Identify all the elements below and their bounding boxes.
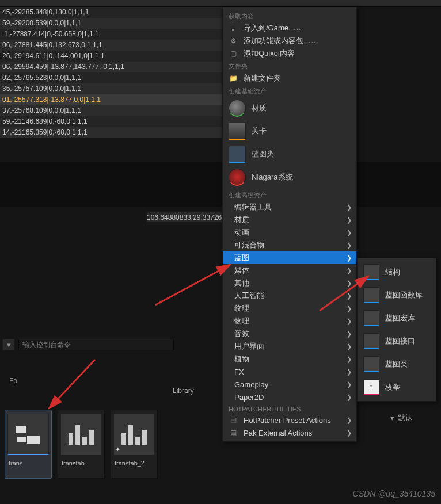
struct-icon [363, 264, 379, 280]
watermark: CSDN @qq_35410135 [353, 489, 435, 498]
data-list-panel: 45,-29285.348|0,130,0|1,1,159,-29200.539… [0, 7, 222, 138]
submenu-item-struct[interactable]: 结构 [358, 261, 436, 284]
menu-item[interactable]: ▢添加Quixel内容 [223, 47, 356, 60]
menu-item[interactable]: 物理❯ [223, 315, 356, 327]
chevron-right-icon: ❯ [347, 280, 352, 287]
menu-item[interactable]: 编辑器工具❯ [223, 201, 356, 213]
chevron-down-icon: ▾ [390, 414, 394, 422]
list-row[interactable]: 26,-29194.611|0,-144.001,0|1,1,1 [0, 51, 222, 62]
menu-section-header: HOTPATCHERUTILITIES [223, 403, 356, 414]
list-row[interactable]: 59,-29200.539|0,0,0|1,1,1 [0, 18, 222, 29]
chevron-right-icon: ❯ [347, 204, 352, 211]
asset-menu-item[interactable]: 材质 [223, 97, 356, 120]
list-row[interactable]: 35,-25757.109|0,0,0|1,1,1 [0, 83, 222, 94]
list-row[interactable]: 37,-25768.109|0,0,0|1,1,1 [0, 105, 222, 116]
coordinate-readout: 106.64880833,29.3372616 [146, 211, 222, 223]
console-dropdown[interactable]: ▾ [2, 339, 15, 350]
menu-item[interactable]: 其他❯ [223, 277, 356, 289]
menu-item[interactable]: 动画❯ [223, 226, 356, 239]
console-row: ▾ [0, 338, 222, 351]
menu-item[interactable]: FX❯ [223, 365, 356, 378]
asset-thumbnail[interactable]: transtab [58, 410, 105, 479]
menu-item[interactable]: 可混合物❯ [223, 239, 356, 251]
asset-menu-item[interactable]: 关卡 [223, 120, 356, 143]
menu-item[interactable]: 音效❯ [223, 327, 356, 340]
enum-icon: ≡ [363, 379, 379, 395]
menu-item[interactable]: 材质❯ [223, 213, 356, 226]
submenu-item-label: 蓝图宏库 [385, 313, 415, 323]
viewport-divider [0, 162, 441, 207]
asset-thumbnail[interactable]: trans [5, 410, 52, 479]
menu-item[interactable]: 纹理❯ [223, 302, 356, 315]
folder-label: Fo [9, 377, 17, 385]
chevron-right-icon: ❯ [347, 368, 352, 376]
blueprint-submenu: 结构蓝图函数库蓝图宏库蓝图接口蓝图类≡枚举 [357, 258, 436, 402]
submenu-item-iface[interactable]: 蓝图接口 [358, 330, 436, 353]
menu-item[interactable]: 用户界面❯ [223, 340, 356, 353]
file-icon: ▤ [229, 415, 238, 425]
list-row[interactable]: 06,-27881.445|0,132.673,0|1,1,1 [0, 40, 222, 51]
submenu-item-enum[interactable]: ≡枚举 [358, 376, 436, 399]
bp-icon [363, 356, 379, 372]
menu-item-label: 蓝图 [234, 253, 249, 263]
list-row[interactable]: 59,-21146.689|0,-60,0|1,1,1 [0, 116, 222, 127]
menu-item[interactable]: 媒体❯ [223, 264, 356, 277]
chevron-right-icon: ❯ [347, 229, 352, 236]
chevron-right-icon: ❯ [347, 381, 352, 388]
menu-item[interactable]: ⭳导入到/Game…… [223, 22, 356, 35]
iface-icon [363, 333, 379, 349]
menu-item[interactable]: ▤Pak External Actions❯ [223, 426, 356, 439]
svg-line-0 [155, 265, 230, 305]
menu-item-label: 新建文件夹 [244, 73, 281, 83]
list-row[interactable]: 02,-25765.523|0,0,0|1,1,1 [0, 72, 222, 83]
datatable-icon: ✦ [113, 414, 155, 455]
default-toggle[interactable]: ▾ 默认 [390, 413, 413, 423]
globe-icon: ⚙ [229, 36, 238, 45]
menu-item[interactable]: 蓝图❯ [223, 251, 356, 264]
submenu-item-bp[interactable]: 蓝图类 [358, 353, 436, 376]
asset-item-label: 蓝图类 [252, 149, 274, 159]
struct-icon [7, 414, 49, 455]
menu-section-header: 文件夹 [223, 60, 356, 72]
menu-item-label: 物理 [234, 316, 249, 326]
list-row[interactable]: 06,-29594.459|-13.877,143.777,-0|1,1,1 [0, 62, 222, 72]
asset-thumbnails: transtranstab✦transtab_2 [5, 410, 158, 479]
menu-item-label: Pak External Actions [244, 429, 312, 437]
chevron-right-icon: ❯ [347, 356, 352, 363]
menu-item[interactable]: 人工智能❯ [223, 289, 356, 302]
menu-item[interactable]: 📁新建文件夹 [223, 72, 356, 85]
submenu-item-label: 蓝图类 [385, 359, 408, 369]
asset-menu-item[interactable]: Niagara系统 [223, 166, 356, 189]
asset-menu-item[interactable]: 蓝图类 [223, 143, 356, 166]
menu-item[interactable]: ⚙添加功能或内容包…… [223, 35, 356, 47]
library-label: Library [173, 387, 194, 395]
menu-item[interactable]: Gameplay❯ [223, 378, 356, 391]
list-row[interactable]: 45,-29285.348|0,130,0|1,1,1 [0, 7, 222, 18]
menu-section-header: 获取内容 [223, 10, 356, 22]
console-input[interactable] [18, 339, 174, 350]
menu-item[interactable]: ▤HotPatcher Preset Actions❯ [223, 414, 356, 426]
chevron-right-icon: ❯ [347, 330, 352, 338]
asset-thumbnail[interactable]: ✦transtab_2 [111, 410, 158, 479]
menu-item[interactable]: Paper2D❯ [223, 391, 356, 403]
menu-item-label: 材质 [234, 215, 249, 225]
file-icon: ▤ [229, 428, 238, 437]
chevron-right-icon: ❯ [347, 292, 352, 300]
bp-icon [229, 146, 246, 163]
chevron-right-icon: ❯ [347, 429, 352, 437]
list-row[interactable]: 01,-25577.318|-13.877,0,0|1,1,1 [0, 94, 222, 105]
macro-icon [363, 310, 379, 326]
menu-item-label: 音效 [234, 329, 249, 339]
list-row[interactable]: .1,-27887.414|0,-50.658,0|1,1,1 [0, 29, 222, 40]
menu-item-label: 添加Quixel内容 [244, 48, 295, 59]
thumbnail-label: transtab_2 [113, 460, 155, 467]
menu-item-label: 植物 [234, 354, 249, 364]
submenu-item-func[interactable]: 蓝图函数库 [358, 284, 436, 307]
list-row[interactable]: 14,-21165.359|0,-60,0|1,1,1 [0, 127, 222, 138]
menu-item[interactable]: 植物❯ [223, 353, 356, 365]
submenu-item-macro[interactable]: 蓝图宏库 [358, 307, 436, 330]
level-icon [229, 123, 246, 140]
chevron-right-icon: ❯ [347, 305, 352, 312]
mat-icon [229, 100, 246, 117]
chevron-right-icon: ❯ [347, 242, 352, 249]
